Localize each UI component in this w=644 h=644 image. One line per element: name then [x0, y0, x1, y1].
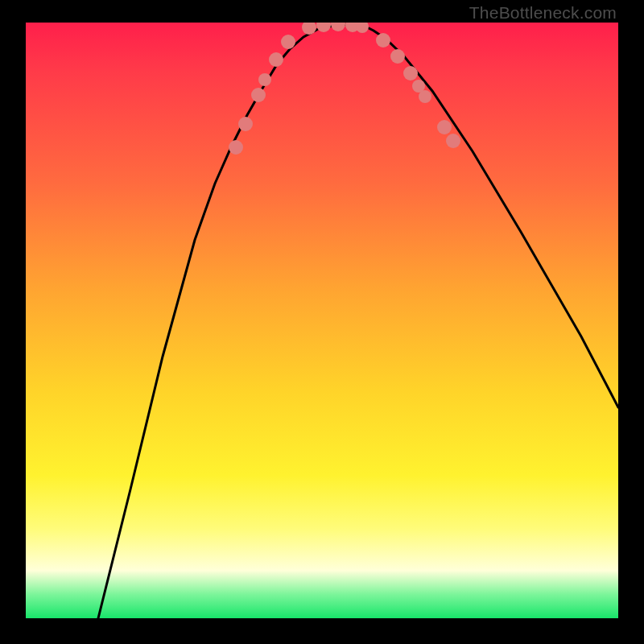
curve-marker [446, 134, 460, 148]
curve-marker [390, 49, 405, 64]
curve-marker [376, 33, 390, 47]
curve-marker [238, 117, 253, 131]
curve-marker [229, 140, 243, 155]
plot-area [26, 23, 618, 618]
curve-marker [316, 23, 331, 32]
curve-marker [356, 23, 369, 33]
curve-marker [269, 52, 283, 67]
chart-svg [26, 23, 618, 618]
curve-marker [419, 90, 431, 103]
curve-marker [437, 120, 452, 134]
chart-frame: TheBottleneck.com [0, 0, 644, 644]
curve-marker [331, 23, 345, 31]
curve-marker [281, 35, 295, 49]
curve-marker [302, 23, 316, 35]
watermark-text: TheBottleneck.com [469, 3, 617, 23]
curve-marker [403, 66, 418, 80]
bottleneck-curve-path [98, 24, 618, 618]
curve-marker [258, 73, 271, 86]
curve-marker [251, 88, 266, 102]
